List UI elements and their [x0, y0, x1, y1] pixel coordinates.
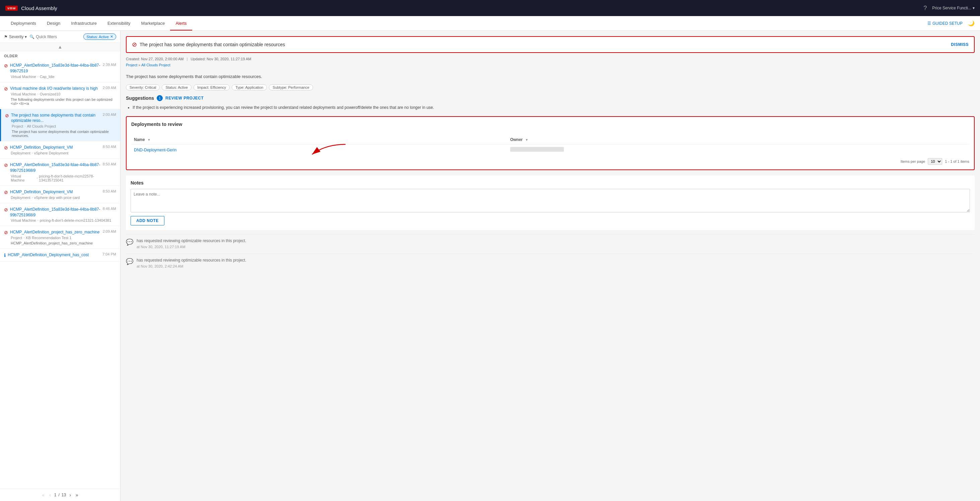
alert-item-3[interactable]: ⊘The project has some deployments that c…	[0, 109, 120, 142]
search-input[interactable]	[36, 35, 81, 39]
tab-marketplace[interactable]: Marketplace	[136, 17, 170, 30]
alert-item-header-8: ⊘HCMP_AlertDefinition_project_has_zero_m…	[4, 229, 116, 235]
dismiss-button[interactable]: DISMISS	[951, 42, 969, 47]
notes-textarea[interactable]	[130, 189, 970, 212]
alert-title-8: HCMP_AlertDefinition_project_has_zero_ma…	[10, 229, 101, 235]
theme-toggle[interactable]: 🌙	[968, 20, 975, 27]
alert-item-header-7: ⊘HCMP_AlertDefinition_15a83e3d-fdae-44ba…	[4, 207, 116, 218]
subtitle-type-3: Project	[12, 124, 23, 128]
breadcrumb-row: Project » All Clouds Project	[126, 63, 975, 67]
user-dropdown-icon: ▾	[973, 6, 975, 10]
alert-items-container: ⊘HCMP_AlertDefinition_15a83e3d-fdae-44ba…	[0, 59, 120, 262]
alert-item-8[interactable]: ⊘HCMP_AlertDefinition_project_has_zero_m…	[0, 226, 120, 249]
dep-name-cell-0: DND-Deployment-Gerin	[131, 144, 508, 156]
dep-pagination: Items per page 102550 1 - 1 of 1 items	[131, 155, 969, 165]
alert-subtitle-3: Project›All Clouds Project	[12, 124, 116, 128]
alert-time-1: 2:39 AM	[103, 63, 116, 67]
review-project-button[interactable]: REVIEW PROJECT	[165, 96, 204, 100]
subtitle-value-8[interactable]: KB Recommendation Test 1	[26, 236, 71, 240]
breadcrumb-link1[interactable]: Project	[126, 63, 137, 67]
alert-title-4: HCMP_Definition_Deployment_VM	[10, 145, 101, 150]
alert-item-header-5: ⊘HCMP_AlertDefinition_15a83e3d-fdae-44ba…	[4, 162, 116, 173]
tab-alerts[interactable]: Alerts	[170, 17, 192, 30]
sort-name-icon[interactable]: ▼	[147, 138, 151, 142]
breadcrumb-link2[interactable]: All Clouds Project	[141, 63, 170, 67]
right-panel: ⊘ The project has some deployments that …	[121, 31, 980, 501]
subtitle-value-3[interactable]: All Clouds Project	[27, 124, 56, 128]
subtitle-value-2[interactable]: Oversized10	[40, 92, 60, 96]
col-name-header: Name ▼	[131, 135, 508, 144]
vmw-logo: vmw	[5, 6, 18, 11]
items-per-page-select[interactable]: 102550	[928, 158, 942, 165]
alert-title-5: HCMP_AlertDefinition_15a83e3d-fdae-44ba-…	[10, 162, 101, 173]
subtitle-value-4[interactable]: vSphere Deployment	[34, 151, 68, 155]
severity-label: Severity	[9, 35, 24, 39]
active-status-chip[interactable]: Status: Active ✕	[83, 33, 116, 40]
alert-item-5[interactable]: ⊘HCMP_AlertDefinition_15a83e3d-fdae-44ba…	[0, 159, 120, 186]
alert-item-2[interactable]: ⊘Virtual machine disk I/O read/write lat…	[0, 83, 120, 109]
alert-desc-2: The following deployments under this pro…	[11, 97, 116, 105]
topbar: vmw Cloud Assembly ? Price Service Funct…	[0, 0, 980, 16]
meta-row: Created: Nov 27, 2020, 2:00:00 AM | Upda…	[126, 57, 975, 61]
tab-deployments[interactable]: Deployments	[5, 17, 41, 30]
prev-page-button[interactable]: ‹	[48, 491, 52, 498]
add-note-button[interactable]: ADD NOTE	[130, 216, 164, 225]
severity-filter[interactable]: ⚑ Severity ▾	[4, 35, 27, 39]
deployments-table: Name ▼ Owner ▼ DND-Deployment-Gerin	[131, 135, 969, 155]
dep-name-link-0[interactable]: DND-Deployment-Gerin	[134, 148, 177, 153]
alert-error-icon-2: ⊘	[4, 86, 8, 91]
subtitle-value-1[interactable]: Cap_Idle	[40, 75, 54, 79]
tab-extensibility[interactable]: Extensibility	[102, 17, 136, 30]
chevron-sep-4: ›	[32, 151, 33, 155]
sort-owner-icon[interactable]: ▼	[525, 138, 528, 142]
subtitle-type-1: Virtual Machine	[11, 75, 36, 79]
navtabs: Deployments Design Infrastructure Extens…	[0, 16, 980, 31]
subtitle-value-5[interactable]: pricing-ft-don't-delete-mcm22578-1341357…	[39, 174, 116, 182]
alert-title-2: Virtual machine disk I/O read/write late…	[10, 86, 101, 91]
activity-time-1: at Nov 30, 2020, 2:42:24 AM	[137, 264, 247, 270]
suggestions-count-badge: 1	[157, 95, 163, 101]
help-icon[interactable]: ?	[923, 5, 927, 12]
suggestion-item: If the project is experiencing increased…	[133, 105, 975, 111]
alert-item-header-6: ⊘HCMP_Definition_Deployment_VM8:50 AM	[4, 189, 116, 195]
search-icon: 🔍	[29, 35, 35, 39]
alert-subtitle-6: Deployment›vSphere dep with price card	[11, 196, 116, 200]
subtitle-value-6[interactable]: vSphere dep with price card	[34, 196, 80, 200]
page-separator: /	[58, 493, 59, 497]
alert-item-6[interactable]: ⊘HCMP_Definition_Deployment_VM8:50 AMDep…	[0, 186, 120, 203]
alert-info-icon-9: ℹ	[4, 253, 6, 258]
next-page-button[interactable]: ›	[68, 491, 72, 498]
main-layout: ⚑ Severity ▾ 🔍 Status: Active ✕ ▲ Older …	[0, 31, 980, 501]
scroll-up-button[interactable]: ▲	[58, 44, 63, 49]
alert-title-9: HCMP_AlertDefinition_Deployment_has_cost	[8, 252, 100, 258]
alert-item-1[interactable]: ⊘HCMP_AlertDefinition_15a83e3d-fdae-44ba…	[0, 59, 120, 83]
meta-separator: |	[187, 57, 188, 61]
subtitle-value-7[interactable]: pricing-ft-don't-delete-mcm21321-1340438…	[40, 218, 111, 223]
tab-design[interactable]: Design	[41, 17, 65, 30]
chevron-sep-2: ›	[38, 92, 38, 96]
chip-close-icon[interactable]: ✕	[110, 35, 113, 39]
alert-time-7: 8:46 AM	[103, 207, 116, 211]
alert-time-3: 2:00 AM	[103, 113, 116, 116]
alert-error-icon-8: ⊘	[4, 230, 8, 235]
alert-subtitle-1: Virtual Machine›Cap_Idle	[11, 75, 116, 79]
activity-item-1: 💬has requested reviewing optimizable res…	[126, 253, 975, 273]
subtitle-type-7: Virtual Machine	[11, 218, 36, 223]
alert-item-4[interactable]: ⊘HCMP_Definition_Deployment_VM8:50 AMDep…	[0, 142, 120, 159]
tab-infrastructure[interactable]: Infrastructure	[65, 17, 102, 30]
quick-filter-search[interactable]: 🔍	[29, 35, 81, 39]
activity-content-0: has requested reviewing optimizable reso…	[137, 238, 247, 250]
deployments-box-title: Deployments to review	[131, 122, 969, 127]
chevron-sep-7: ›	[38, 219, 38, 222]
alert-item-7[interactable]: ⊘HCMP_AlertDefinition_15a83e3d-fdae-44ba…	[0, 203, 120, 226]
subtitle-type-6: Deployment	[11, 196, 30, 200]
guided-setup-link[interactable]: ☰ GUIDED SETUP	[928, 21, 963, 26]
alert-item-9[interactable]: ℹHCMP_AlertDefinition_Deployment_has_cos…	[0, 249, 120, 262]
user-area[interactable]: Price Service Functi... ▾	[932, 6, 975, 10]
first-page-button[interactable]: «	[40, 491, 46, 498]
alert-subtitle-2: Virtual Machine›Oversized10	[11, 92, 116, 96]
chevron-sep-6: ›	[32, 196, 33, 199]
last-page-button[interactable]: »	[74, 491, 80, 498]
total-pages: 13	[62, 493, 66, 497]
alert-error-icon-5: ⊘	[4, 162, 8, 168]
